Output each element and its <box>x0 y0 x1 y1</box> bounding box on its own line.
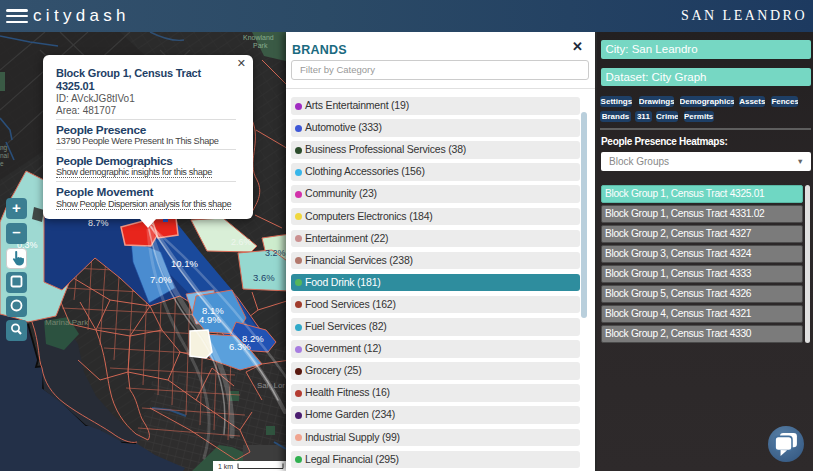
svg-text:10.1%: 10.1% <box>171 258 198 269</box>
svg-text:3.6%: 3.6% <box>253 272 275 283</box>
svg-text:Marina Park: Marina Park <box>45 318 89 327</box>
svg-text:nal: nal <box>0 152 9 159</box>
svg-text:Knowland: Knowland <box>243 34 274 41</box>
svg-text:3.2%: 3.2% <box>265 248 286 258</box>
svg-text:San Lor: San Lor <box>257 381 285 390</box>
svg-text:Park: Park <box>253 42 268 49</box>
svg-text:2.6%: 2.6% <box>231 237 252 247</box>
svg-text:6.3%: 6.3% <box>229 341 251 352</box>
svg-text:8.7%: 8.7% <box>88 218 109 228</box>
svg-text:ng: ng <box>0 144 8 152</box>
svg-text:4.9%: 4.9% <box>199 314 221 325</box>
svg-text:e: e <box>0 160 4 167</box>
svg-text:7.0%: 7.0% <box>150 274 172 285</box>
